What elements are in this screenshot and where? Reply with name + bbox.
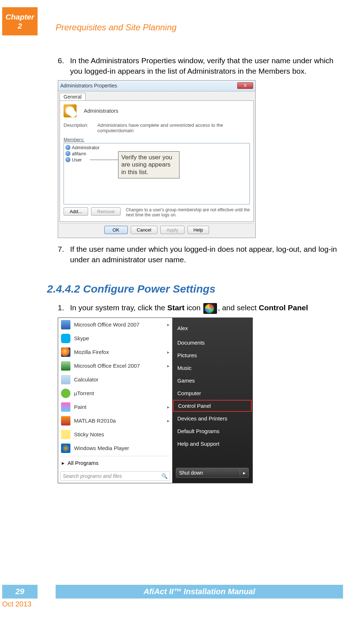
page-header: Chapter 2 Prerequisites and Site Plannin…	[0, 7, 364, 35]
members-listbox[interactable]: Administrator afifarm User Verify the us…	[64, 143, 250, 204]
app-icon	[61, 375, 70, 384]
start-menu-right-item[interactable]: Computer	[172, 387, 252, 399]
start-menu-right-item[interactable]: Music	[172, 362, 252, 374]
start-icon	[203, 303, 217, 314]
start-menu-item[interactable]: Paint▸	[58, 400, 172, 414]
start-menu-right-item[interactable]: Documents	[172, 336, 252, 349]
section-heading: 2.4.4.2 Configure Power Settings	[47, 283, 342, 295]
remove-button[interactable]: Remove	[91, 207, 121, 216]
start-menu-item-label: Mozilla Firefox	[74, 349, 109, 355]
window-body: Administrators Description: Administrato…	[60, 100, 254, 222]
help-button[interactable]: Help	[187, 226, 209, 234]
callout-annotation: Verify the user you are using appears in…	[118, 151, 179, 178]
chevron-right-icon: ▸	[167, 418, 169, 423]
tab-bar: General	[58, 91, 255, 100]
start-menu-item-label: MATLAB R2010a	[74, 418, 116, 424]
start-menu-item[interactable]: Skype	[58, 332, 172, 345]
app-icon	[61, 347, 70, 357]
tab-general[interactable]: General	[60, 93, 86, 100]
chapter-label: Chapter	[2, 12, 38, 21]
window-title: Administrators Properties	[60, 83, 117, 88]
chevron-right-icon: ▸	[167, 405, 169, 410]
page-number: 29	[2, 585, 38, 599]
apply-button[interactable]: Apply	[160, 226, 185, 234]
group-icon	[64, 104, 77, 117]
dialog-footer: OK Cancel Apply Help	[60, 223, 254, 236]
chevron-right-icon: ▸	[167, 350, 169, 355]
start-menu-item-label: Windows Media Player	[74, 445, 129, 451]
callout-connector	[90, 160, 118, 160]
chevron-right-icon: ▸	[167, 322, 169, 327]
start-menu-item[interactable]: Calculator	[58, 373, 172, 386]
membership-hint: Changes to a user's group membership are…	[126, 207, 250, 218]
step-number: 7.	[58, 244, 70, 265]
step-text: In the Administrators Properties window,…	[70, 55, 342, 77]
description-text: Administrators have complete and unrestr…	[97, 122, 250, 133]
shutdown-button[interactable]: Shut down ▸	[176, 468, 249, 478]
start-menu-item[interactable]: Mozilla Firefox▸	[58, 345, 172, 359]
step-7: 7. If the user name under which you logg…	[58, 244, 342, 265]
start-menu-right: AlexDocumentsPicturesMusicGamesComputerC…	[172, 318, 252, 483]
start-menu-left: Microsoft Office Word 2007▸SkypeMozilla …	[58, 318, 172, 483]
step-text: If the user name under which you logged-…	[70, 244, 342, 265]
user-icon	[65, 145, 70, 150]
start-menu-item[interactable]: Microsoft Office Word 2007▸	[58, 318, 172, 332]
start-menu-right-item[interactable]: Pictures	[172, 349, 252, 362]
search-input[interactable]: Search programs and files 🔍	[60, 471, 170, 481]
app-icon	[61, 334, 70, 343]
app-icon	[61, 320, 70, 329]
footer-bar: 29 AfiAct II™ Installation Manual	[2, 585, 343, 599]
start-menu-item-label: µTorrent	[74, 390, 94, 396]
start-menu-right-item[interactable]: Games	[172, 374, 252, 387]
start-menu-right-item[interactable]: Alex	[172, 320, 252, 336]
close-button[interactable]: X	[237, 82, 253, 89]
start-menu-item[interactable]: MATLAB R2010a▸	[58, 414, 172, 428]
member-item[interactable]: Administrator	[65, 145, 248, 150]
chevron-right-icon: ▸	[62, 460, 65, 466]
start-menu-item[interactable]: Sticky Notes	[58, 428, 172, 441]
search-placeholder: Search programs and files	[63, 473, 122, 479]
description-row: Description: Administrators have complet…	[64, 122, 250, 133]
cancel-button[interactable]: Cancel	[131, 226, 157, 234]
start-menu-right-item[interactable]: Devices and Printers	[172, 412, 252, 425]
chevron-right-icon: ▸	[167, 363, 169, 368]
description-label: Description:	[64, 122, 97, 133]
step-number: 1.	[58, 302, 70, 314]
chapter-tab: Chapter 2	[2, 7, 38, 35]
step-6: 6. In the Administrators Properties wind…	[58, 55, 342, 77]
start-menu-right-item[interactable]: Default Programs	[172, 425, 252, 437]
start-menu-item[interactable]: µTorrent	[58, 386, 172, 400]
chevron-right-icon: ▸	[240, 470, 246, 476]
start-menu-item-label: Calculator	[74, 376, 99, 383]
control-panel-item[interactable]: Control Panel	[173, 400, 252, 412]
app-icon	[61, 444, 70, 453]
start-menu-right-item[interactable]: Help and Support	[172, 437, 252, 450]
group-name: Administrators	[84, 108, 118, 114]
app-icon	[61, 389, 70, 398]
start-menu-item[interactable]: Microsoft Office Excel 2007▸	[58, 359, 172, 373]
footer-title: AfiAct II™ Installation Manual	[56, 585, 343, 599]
page-footer: 29 AfiAct II™ Installation Manual Oct 20…	[0, 585, 364, 608]
member-button-row: Add... Remove Changes to a user's group …	[64, 207, 250, 218]
start-menu-item-label: Sticky Notes	[74, 431, 104, 437]
step-number: 6.	[58, 55, 70, 77]
all-programs[interactable]: ▸ All Programs	[58, 457, 172, 469]
page-content: 6. In the Administrators Properties wind…	[47, 55, 342, 483]
ok-button[interactable]: OK	[104, 226, 128, 234]
group-row: Administrators	[64, 104, 250, 117]
search-icon: 🔍	[161, 473, 168, 479]
app-icon	[61, 402, 70, 412]
start-menu-item-label: Skype	[74, 335, 89, 341]
step-text: In your system tray, click the Start ico…	[70, 302, 342, 314]
user-icon	[65, 157, 70, 162]
chapter-number: 2	[2, 21, 38, 30]
app-icon	[61, 416, 70, 426]
window-titlebar: Administrators Properties X	[58, 81, 255, 91]
app-icon	[61, 430, 70, 439]
add-button[interactable]: Add...	[64, 207, 88, 216]
start-menu-item-label: Microsoft Office Excel 2007	[74, 363, 140, 369]
footer-date: Oct 2013	[2, 600, 364, 608]
start-menu-item[interactable]: Windows Media Player	[58, 441, 172, 455]
user-icon	[65, 151, 70, 156]
separator	[60, 456, 170, 456]
